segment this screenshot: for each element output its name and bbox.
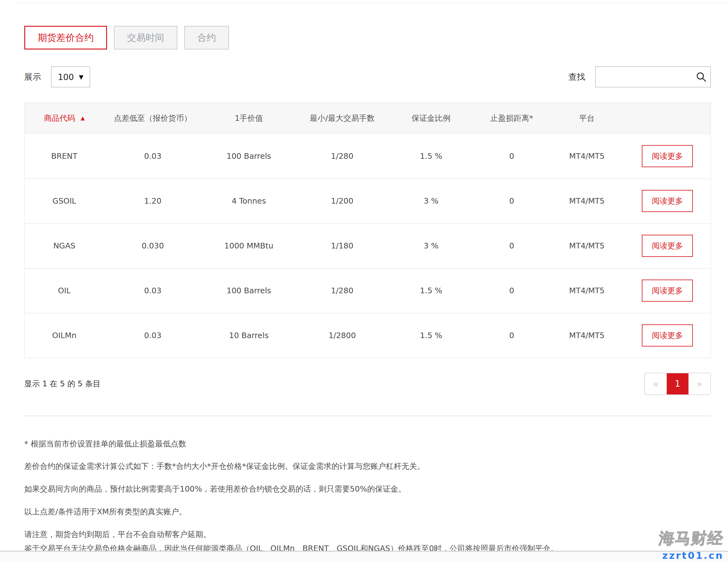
cell-stop-distance: 0 (474, 268, 549, 313)
cell-spread: 0.03 (104, 313, 201, 358)
read-more-button[interactable]: 阅读更多 (642, 235, 693, 257)
cell-margin: 1.5 % (388, 268, 474, 313)
table-row: NGAS 0.030 1000 MMBtu 1/180 3 % 0 MT4/MT… (25, 223, 711, 268)
watermark-brand: 海马财经 (658, 528, 725, 549)
cell-lot-value: 100 Barrels (202, 134, 296, 179)
footnote-expiry-notice: 请注意，期货合约到期后，平台不会自动帮客户延期。 (24, 529, 711, 540)
footnote-account-types: 以上点差/条件适用于XM所有类型的真实账户。 (24, 507, 711, 517)
cell-margin: 1.5 % (388, 313, 474, 358)
sort-asc-icon: ▲ (81, 115, 85, 121)
read-more-button[interactable]: 阅读更多 (642, 325, 693, 347)
top-divider (17, 2, 728, 3)
cell-min-max: 1/180 (296, 223, 388, 268)
column-header-actions (624, 103, 711, 134)
read-more-button[interactable]: 阅读更多 (642, 190, 693, 212)
column-header-stop-distance[interactable]: 止盈损距离* (474, 103, 549, 134)
cell-spread: 0.03 (104, 268, 201, 313)
cell-min-max: 1/2800 (296, 313, 388, 358)
column-header-symbol[interactable]: 商品代码▲ (25, 103, 104, 134)
cell-lot-value: 1000 MMBtu (202, 223, 296, 268)
column-header-lot-value[interactable]: 1手价值 (202, 103, 296, 134)
footnote-stop-levels: * 根据当前市价设置挂单的最低止损盈最低点数 (24, 439, 711, 449)
column-header-platform[interactable]: 平台 (549, 103, 624, 134)
cell-min-max: 1/280 (296, 134, 388, 179)
footnote-hedged-margin: 如果交易同方向的商品，预付款比例需要高于100%，若使用差价合约锁仓交易的话，则… (24, 484, 711, 494)
page-size-value: 100 (58, 72, 74, 82)
tab-label: 合约 (197, 31, 216, 44)
column-header-spread[interactable]: 点差低至（报价货币） (104, 103, 201, 134)
header-row: 商品代码▲ 点差低至（报价货币） 1手价值 最小/最大交易手数 保证金比例 止盈… (25, 103, 711, 134)
table-controls: 展示 100 ▼ 查找 (24, 66, 711, 87)
cell-platform: MT4/MT5 (549, 179, 624, 223)
cell-actions: 阅读更多 (624, 268, 711, 313)
cell-lot-value: 4 Tonnes (202, 179, 296, 223)
page-size-select[interactable]: 100 ▼ (51, 66, 90, 87)
cell-stop-distance: 0 (474, 134, 549, 179)
main-content: 期货差价合约 交易时间 合约 展示 100 ▼ 查找 (0, 26, 728, 554)
cell-platform: MT4/MT5 (549, 313, 624, 358)
table-row: GSOIL 1.20 4 Tonnes 1/200 3 % 0 MT4/MT5 … (25, 179, 711, 223)
table-row: OIL 0.03 100 Barrels 1/280 1.5 % 0 MT4/M… (25, 268, 711, 313)
cell-actions: 阅读更多 (624, 223, 711, 268)
tab-label: 交易时间 (127, 31, 164, 44)
cell-min-max: 1/280 (296, 268, 388, 313)
instruments-table: 商品代码▲ 点差低至（报价货币） 1手价值 最小/最大交易手数 保证金比例 止盈… (24, 102, 711, 358)
table-row: BRENT 0.03 100 Barrels 1/280 1.5 % 0 MT4… (25, 134, 711, 179)
footnotes: * 根据当前市价设置挂单的最低止损盈最低点数 差价合约的保证金需求计算公式如下：… (24, 439, 711, 554)
cell-actions: 阅读更多 (624, 179, 711, 223)
results-summary: 显示 1 在 5 的 5 条目 (24, 379, 100, 389)
column-header-margin[interactable]: 保证金比例 (388, 103, 474, 134)
search-box (595, 66, 711, 87)
search-icon (696, 72, 707, 82)
pagination-row: 显示 1 在 5 的 5 条目 « 1 » (24, 373, 711, 395)
cell-platform: MT4/MT5 (549, 134, 624, 179)
page-size-group: 展示 100 ▼ (24, 66, 90, 87)
cell-spread: 0.03 (104, 134, 201, 179)
cell-spread: 1.20 (104, 179, 201, 223)
table-row: OILMn 0.03 10 Barrels 1/2800 1.5 % 0 MT4… (25, 313, 711, 358)
cell-lot-value: 10 Barrels (202, 313, 296, 358)
cell-stop-distance: 0 (474, 223, 549, 268)
cell-symbol: OILMn (25, 313, 104, 358)
chevron-down-icon: ▼ (79, 73, 83, 80)
cell-symbol: OIL (25, 268, 104, 313)
cell-min-max: 1/200 (296, 179, 388, 223)
search-group: 查找 (568, 66, 711, 87)
search-label: 查找 (568, 71, 585, 82)
cell-symbol: NGAS (25, 223, 104, 268)
read-more-button[interactable]: 阅读更多 (642, 145, 693, 167)
pagination-page-1[interactable]: 1 (667, 373, 688, 395)
cell-margin: 3 % (388, 179, 474, 223)
cell-symbol: BRENT (25, 134, 104, 179)
tab-label: 期货差价合约 (38, 31, 94, 44)
tab-trading-hours[interactable]: 交易时间 (114, 26, 177, 49)
read-more-button[interactable]: 阅读更多 (642, 279, 693, 302)
cell-stop-distance: 0 (474, 313, 549, 358)
cell-symbol: GSOIL (25, 179, 104, 223)
cell-actions: 阅读更多 (624, 313, 711, 358)
cell-platform: MT4/MT5 (549, 268, 624, 313)
watermark-site: zzrt01.cn (659, 550, 724, 561)
cell-platform: MT4/MT5 (549, 223, 624, 268)
pagination: « 1 » (644, 373, 711, 395)
pagination-prev-icon[interactable]: « (645, 373, 667, 395)
cell-margin: 3 % (388, 223, 474, 268)
cell-spread: 0.030 (104, 223, 201, 268)
column-header-label: 商品代码 (44, 114, 75, 123)
tab-bar: 期货差价合约 交易时间 合约 (24, 26, 711, 49)
footnote-margin-formula: 差价合约的保证金需求计算公式如下：手数*合约大小*开仓价格*保证金比例。保证金需… (24, 461, 711, 472)
cell-actions: 阅读更多 (624, 134, 711, 179)
column-header-min-max-lots[interactable]: 最小/最大交易手数 (296, 103, 388, 134)
cell-stop-distance: 0 (474, 179, 549, 223)
section-divider (24, 416, 711, 416)
pagination-next-icon[interactable]: » (688, 373, 710, 395)
tab-futures-cfd[interactable]: 期货差价合约 (24, 26, 107, 49)
search-input[interactable] (596, 67, 710, 87)
bottom-divider (0, 551, 728, 561)
tab-contracts[interactable]: 合约 (184, 26, 229, 49)
cell-lot-value: 100 Barrels (202, 268, 296, 313)
cell-margin: 1.5 % (388, 134, 474, 179)
watermark: 海马财经 zzrt01.cn (659, 528, 724, 561)
show-label: 展示 (24, 71, 41, 82)
